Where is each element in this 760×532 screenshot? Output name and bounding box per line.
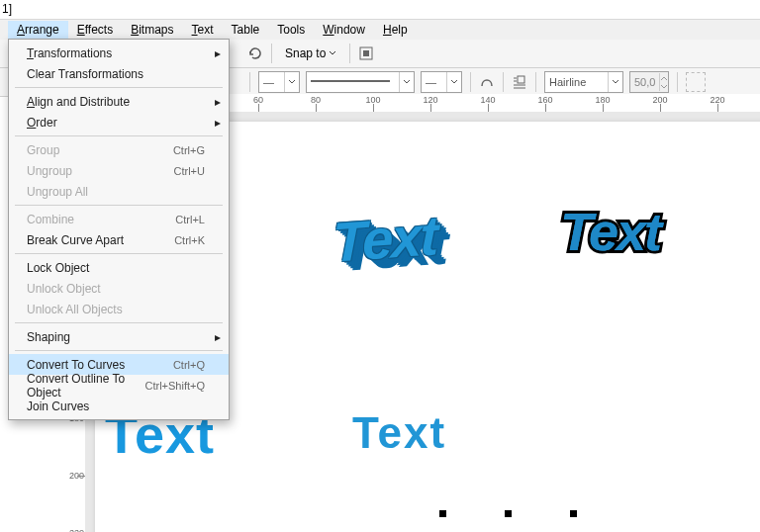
snap-to-dropdown[interactable]: Snap to: [280, 44, 341, 62]
menubar: Arrange Effects Bitmaps Text Table Tools…: [0, 20, 760, 40]
menu-separator: [15, 87, 223, 88]
menu-separator: [15, 322, 223, 323]
refresh-icon[interactable]: [247, 45, 263, 61]
menu-item-convert-outline[interactable]: Convert Outline To ObjectCtrl+Shift+Q: [9, 375, 229, 396]
disabled-tool-icon: [686, 72, 706, 92]
close-path-icon[interactable]: [479, 74, 495, 90]
menu-separator: [15, 253, 223, 254]
menu-item-ungroup-all: Ungroup All: [9, 181, 229, 202]
chevron-down-icon: [446, 72, 461, 92]
menu-separator: [15, 350, 223, 351]
menu-table[interactable]: Table: [223, 21, 269, 39]
chevron-down-icon: [329, 49, 336, 57]
outline-width-value: Hairline: [545, 76, 608, 88]
spinner-up-icon[interactable]: [659, 73, 668, 82]
submenu-arrow-icon: ▸: [215, 46, 221, 60]
chevron-down-icon: [284, 72, 299, 92]
end-arrow-combo[interactable]: —: [421, 71, 462, 93]
menu-item-transformations[interactable]: Transformations ▸: [9, 43, 229, 63]
snap-label: Snap to: [285, 46, 326, 60]
menu-item-group: GroupCtrl+G: [9, 139, 229, 160]
art-text-thin-selected[interactable]: Text: [352, 408, 446, 458]
separator: [535, 72, 536, 92]
menu-item-combine: CombineCtrl+L: [9, 209, 229, 229]
outline-width-combo[interactable]: Hairline: [544, 71, 623, 93]
title-fragment: 1]: [2, 2, 12, 16]
nudge-value: 50,0: [630, 76, 659, 88]
menu-arrange[interactable]: Arrange: [8, 21, 68, 39]
separator: [470, 72, 471, 92]
art-text-3d[interactable]: Text: [332, 203, 436, 274]
menu-item-order[interactable]: Order ▸: [9, 112, 229, 133]
menu-item-align-distribute[interactable]: Align and Distribute ▸: [9, 91, 229, 112]
submenu-arrow-icon: ▸: [215, 95, 221, 109]
separator: [349, 44, 350, 63]
spinner-buttons[interactable]: [659, 73, 668, 91]
spinner-down-icon[interactable]: [659, 82, 668, 91]
selection-handle[interactable]: [570, 510, 577, 517]
menu-item-unlock-object: Unlock Object: [9, 278, 229, 299]
menu-item-unlock-all: Unlock All Objects: [9, 299, 229, 319]
menu-item-lock-object[interactable]: Lock Object: [9, 257, 229, 278]
menu-item-ungroup: UngroupCtrl+U: [9, 160, 229, 181]
start-arrow-combo[interactable]: —: [258, 71, 300, 93]
menu-text[interactable]: Text: [183, 21, 223, 39]
art-text-outline[interactable]: Text: [560, 201, 660, 262]
menu-separator: [15, 205, 223, 206]
chevron-down-icon: [608, 72, 622, 92]
menu-effects[interactable]: Effects: [68, 21, 122, 39]
nudge-spinner[interactable]: 50,0: [629, 71, 669, 93]
separator: [503, 72, 504, 92]
menu-separator: [15, 135, 223, 136]
svg-rect-1: [363, 50, 369, 56]
selection-handle[interactable]: [439, 510, 446, 517]
menu-item-join-curves[interactable]: Join Curves: [9, 396, 229, 416]
wrap-text-icon[interactable]: [512, 74, 527, 90]
separator: [249, 72, 250, 92]
menu-help[interactable]: Help: [374, 21, 417, 39]
menu-item-break-apart[interactable]: Break Curve ApartCtrl+K: [9, 229, 229, 250]
submenu-arrow-icon: ▸: [215, 330, 221, 344]
submenu-arrow-icon: ▸: [215, 116, 221, 130]
arrange-dropdown-menu: Transformations ▸ Clear Transformations …: [8, 39, 230, 420]
titlebar: 1]: [0, 0, 760, 20]
menu-item-clear-transformations[interactable]: Clear Transformations: [9, 63, 229, 84]
selection-handle[interactable]: [505, 510, 512, 517]
chevron-down-icon: [399, 72, 414, 92]
separator: [271, 44, 272, 63]
line-style-combo[interactable]: [306, 71, 415, 93]
menu-tools[interactable]: Tools: [268, 21, 314, 39]
svg-rect-3: [518, 76, 524, 83]
options-icon[interactable]: [358, 45, 374, 61]
menu-item-shaping[interactable]: Shaping ▸: [9, 326, 229, 347]
separator: [677, 72, 678, 92]
menu-bitmaps[interactable]: Bitmaps: [122, 21, 182, 39]
menu-window[interactable]: Window: [314, 21, 374, 39]
